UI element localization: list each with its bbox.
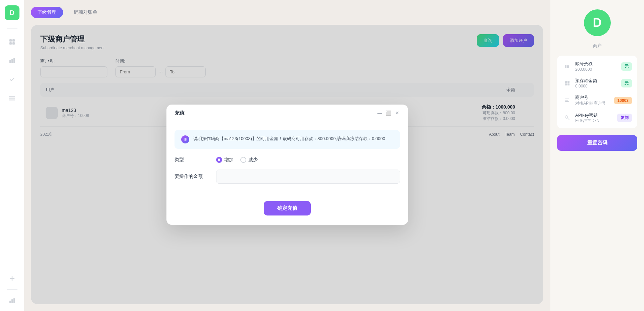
balance-badge: 元 — [621, 62, 632, 71]
modal-maximize-btn[interactable]: ⬜ — [386, 110, 391, 116]
balance-value: 200.0000 — [575, 67, 593, 72]
svg-rect-5 — [11, 59, 13, 63]
tab-merchant-account[interactable]: 码商对账单 — [67, 7, 104, 18]
reset-password-button[interactable]: 重置密码 — [557, 135, 637, 151]
svg-rect-1 — [12, 39, 15, 42]
deposit-label-group: 预存款金额 0.0000 — [575, 78, 597, 88]
radio-increase-dot — [216, 157, 222, 163]
svg-rect-15 — [567, 65, 569, 68]
svg-rect-21 — [565, 100, 568, 101]
svg-rect-10 — [9, 301, 11, 303]
svg-rect-22 — [565, 101, 569, 102]
right-panel: D 商户 账号余额 200.0000 元 — [550, 0, 644, 311]
bar-chart-bottom-icon[interactable] — [7, 295, 17, 306]
svg-rect-0 — [9, 39, 12, 42]
svg-rect-2 — [9, 42, 12, 45]
tab-subordinate[interactable]: 下级管理 — [31, 7, 63, 18]
info-left-deposit: 预存款金额 0.0000 — [562, 78, 597, 88]
modal-controls: — ⬜ ✕ — [377, 110, 400, 116]
sidebar: D — [0, 0, 24, 311]
svg-rect-4 — [9, 60, 11, 63]
svg-rect-11 — [11, 299, 13, 303]
balance-label: 账号余额 — [575, 61, 593, 67]
info-row-merchant-no: 商户号 对接API的商户号 10003 — [562, 95, 632, 106]
svg-rect-20 — [565, 99, 569, 99]
sidebar-divider — [7, 28, 17, 28]
plus-icon[interactable] — [7, 273, 17, 284]
info-row-balance: 账号余额 200.0000 元 — [562, 61, 632, 72]
radio-decrease[interactable]: 减少 — [240, 157, 258, 163]
notice-text: 说明操作码商【ma123(10008)】的可用金额！该码商可用存款：800.00… — [193, 135, 385, 142]
recharge-modal: 充值 — ⬜ ✕ 说明 — [166, 105, 408, 225]
deposit-badge: 元 — [621, 79, 632, 87]
modal-body: 说明操作码商【ma123(10008)】的可用金额！该码商可用存款：800.00… — [166, 122, 408, 198]
svg-rect-7 — [9, 96, 15, 97]
top-nav: 下级管理 码商对账单 — [31, 7, 543, 18]
check-icon[interactable] — [7, 74, 17, 85]
right-merchant-label: 商户 — [593, 43, 602, 49]
right-info-card: 账号余额 200.0000 元 预存款金额 0.0 — [557, 56, 637, 128]
modal-close-btn[interactable]: ✕ — [395, 110, 400, 116]
balance-label-group: 账号余额 200.0000 — [575, 61, 593, 72]
deposit-value: 0.0000 — [575, 84, 597, 88]
svg-rect-17 — [567, 81, 569, 83]
modal-minimize-btn[interactable]: — — [377, 110, 383, 116]
apikey-label: APIkey密钥 — [575, 112, 599, 118]
svg-rect-9 — [9, 100, 15, 101]
modal-amount-input[interactable] — [216, 170, 400, 184]
merchant-no-badge: 10003 — [614, 97, 632, 104]
deposit-label: 预存款金额 — [575, 78, 597, 84]
modal-type-row: 类型 增加 减少 — [175, 157, 400, 163]
apikey-icon — [562, 113, 572, 122]
modal-header: 充值 — ⬜ ✕ — [166, 105, 408, 122]
sidebar-avatar[interactable]: D — [5, 5, 19, 20]
radio-group: 增加 减少 — [216, 157, 258, 163]
deposit-icon — [562, 78, 572, 88]
svg-rect-16 — [565, 81, 567, 83]
info-left-apikey: APIkey密钥 FzSy****iDkN — [562, 112, 599, 123]
merchant-no-label: 商户号 — [575, 95, 606, 101]
menu-icon[interactable] — [7, 93, 17, 104]
apikey-label-group: APIkey密钥 FzSy****iDkN — [575, 112, 599, 123]
info-row-apikey: APIkey密钥 FzSy****iDkN 复制 — [562, 112, 632, 123]
radio-increase[interactable]: 增加 — [216, 157, 234, 163]
merchant-no-label-group: 商户号 对接API的商户号 — [575, 95, 606, 106]
grid-icon[interactable] — [7, 37, 17, 47]
notice-icon — [181, 135, 189, 143]
page-card: 下级商户管理 Subordinate merchant management 查… — [31, 25, 543, 304]
main-content: 下级管理 码商对账单 下级商户管理 Subordinate merchant m… — [24, 0, 550, 311]
balance-icon — [562, 62, 572, 71]
radio-increase-label: 增加 — [224, 157, 234, 163]
info-left-balance: 账号余额 200.0000 — [562, 61, 593, 72]
bar-chart-icon[interactable] — [7, 55, 17, 66]
confirm-recharge-button[interactable]: 确定充值 — [264, 201, 311, 215]
info-left-merchant-no: 商户号 对接API的商户号 — [562, 95, 606, 106]
info-row-deposit: 预存款金额 0.0000 元 — [562, 78, 632, 88]
modal-title: 充值 — [175, 110, 185, 116]
apikey-value: FzSy****iDkN — [575, 118, 599, 123]
svg-rect-14 — [565, 65, 566, 68]
svg-rect-3 — [12, 42, 15, 45]
radio-decrease-dot — [240, 157, 246, 163]
radio-decrease-label: 减少 — [248, 157, 258, 163]
modal-amount-label: 要操作的金额 — [175, 174, 208, 180]
modal-footer: 确定充值 — [166, 198, 408, 225]
sidebar-divider-bottom — [7, 289, 17, 290]
modal-notice: 说明操作码商【ma123(10008)】的可用金额！该码商可用存款：800.00… — [175, 130, 400, 149]
modal-type-label: 类型 — [175, 157, 208, 163]
merchant-no-icon — [562, 96, 572, 105]
right-avatar: D — [584, 9, 611, 36]
modal-overlay: 充值 — ⬜ ✕ 说明 — [31, 25, 543, 304]
merchant-no-sub: 对接API的商户号 — [575, 101, 606, 106]
svg-rect-19 — [567, 83, 569, 85]
modal-amount-row: 要操作的金额 — [175, 170, 400, 184]
apikey-copy-btn[interactable]: 复制 — [617, 114, 632, 122]
sidebar-bottom — [7, 273, 17, 306]
svg-rect-6 — [13, 58, 15, 63]
svg-rect-18 — [565, 83, 567, 85]
svg-rect-8 — [9, 98, 15, 99]
svg-rect-12 — [13, 298, 15, 303]
